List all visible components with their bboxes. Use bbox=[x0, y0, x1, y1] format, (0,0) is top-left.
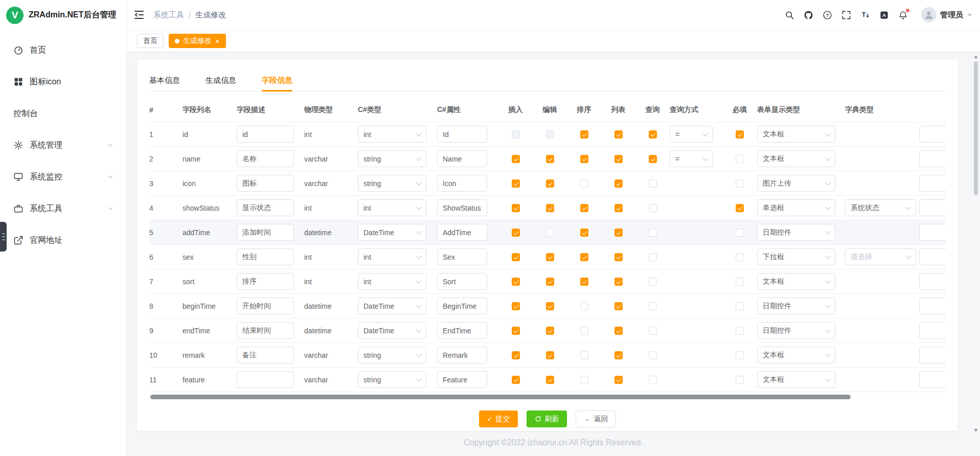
insert-checkbox[interactable] bbox=[512, 302, 520, 310]
sidebar-item-official-site[interactable]: 官网地址 bbox=[0, 224, 126, 256]
scroll-down-arrow[interactable] bbox=[974, 429, 978, 432]
query-checkbox[interactable] bbox=[649, 302, 657, 310]
insert-checkbox[interactable] bbox=[512, 229, 520, 237]
extra-input[interactable] bbox=[919, 175, 946, 192]
field-description-input[interactable]: 显示状态 bbox=[237, 199, 294, 216]
edit-checkbox[interactable] bbox=[546, 204, 554, 212]
csharp-type-select[interactable]: string bbox=[358, 175, 426, 192]
insert-checkbox[interactable] bbox=[512, 278, 520, 286]
insert-checkbox[interactable] bbox=[512, 376, 520, 384]
csharp-property-input[interactable]: Remark bbox=[437, 347, 487, 363]
sort-checkbox[interactable] bbox=[580, 253, 588, 261]
extra-input[interactable] bbox=[919, 273, 946, 290]
dict-type-select[interactable]: 系统状态 bbox=[845, 199, 916, 216]
list-checkbox[interactable] bbox=[614, 179, 623, 188]
field-description-input[interactable]: 添加时间 bbox=[237, 224, 294, 241]
display-type-select[interactable]: 日期控件 bbox=[757, 322, 835, 339]
display-type-select[interactable]: 日期控件 bbox=[757, 224, 835, 241]
csharp-property-input[interactable]: Icon bbox=[437, 175, 487, 192]
edit-checkbox[interactable] bbox=[546, 351, 554, 359]
display-type-select[interactable]: 文本框 bbox=[757, 371, 835, 388]
tab-basic-info[interactable]: 基本信息 bbox=[149, 69, 180, 91]
list-checkbox[interactable] bbox=[614, 229, 623, 237]
display-type-select[interactable]: 文本框 bbox=[757, 150, 835, 167]
query-checkbox[interactable] bbox=[649, 204, 657, 212]
display-type-select[interactable]: 文本框 bbox=[757, 126, 835, 143]
field-description-input[interactable]: 图标 bbox=[237, 175, 294, 192]
insert-checkbox[interactable] bbox=[512, 351, 520, 359]
csharp-type-select[interactable]: string bbox=[358, 347, 426, 363]
insert-checkbox[interactable] bbox=[512, 204, 520, 212]
horizontal-scrollbar-thumb[interactable] bbox=[150, 395, 851, 399]
required-checkbox[interactable] bbox=[736, 302, 744, 310]
sort-checkbox[interactable] bbox=[580, 130, 588, 139]
edit-checkbox[interactable] bbox=[546, 302, 554, 310]
required-checkbox[interactable] bbox=[736, 253, 744, 261]
edit-checkbox[interactable] bbox=[546, 130, 554, 139]
extra-input[interactable] bbox=[919, 126, 946, 143]
back-button[interactable]: ←返回 bbox=[576, 411, 616, 427]
extra-input[interactable] bbox=[919, 371, 946, 388]
extra-input[interactable] bbox=[919, 199, 946, 216]
sidebar-item-system-monitor[interactable]: 系统监控 bbox=[0, 161, 126, 193]
display-type-select[interactable]: 文本框 bbox=[757, 347, 835, 363]
insert-checkbox[interactable] bbox=[512, 155, 520, 163]
list-checkbox[interactable] bbox=[614, 302, 623, 310]
breadcrumb-parent[interactable]: 系统工具 bbox=[153, 10, 184, 20]
language-icon[interactable]: A bbox=[879, 10, 889, 20]
edit-checkbox[interactable] bbox=[546, 179, 554, 188]
sort-checkbox[interactable] bbox=[580, 204, 588, 212]
sidebar-item-system-tools[interactable]: 系统工具 bbox=[0, 193, 126, 224]
required-checkbox[interactable] bbox=[736, 351, 744, 359]
query-type-select[interactable]: = bbox=[670, 150, 713, 167]
field-description-input[interactable]: 名称 bbox=[237, 150, 294, 167]
required-checkbox[interactable] bbox=[736, 327, 744, 335]
edit-checkbox[interactable] bbox=[546, 155, 554, 163]
insert-checkbox[interactable] bbox=[512, 327, 520, 335]
query-checkbox[interactable] bbox=[649, 327, 657, 335]
csharp-type-select[interactable]: int bbox=[358, 126, 426, 143]
tag-close-icon[interactable]: × bbox=[215, 37, 220, 45]
edit-checkbox[interactable] bbox=[546, 376, 554, 384]
sort-checkbox[interactable] bbox=[580, 229, 588, 237]
query-checkbox[interactable] bbox=[649, 351, 657, 359]
settings-drawer-handle[interactable] bbox=[0, 222, 7, 252]
required-checkbox[interactable] bbox=[736, 376, 744, 384]
tag-home[interactable]: 首页 bbox=[137, 34, 164, 48]
sidebar-item-icons[interactable]: 图标icon bbox=[0, 66, 126, 98]
csharp-type-select[interactable]: int bbox=[358, 199, 426, 216]
fullscreen-icon[interactable] bbox=[841, 10, 851, 20]
insert-checkbox[interactable] bbox=[512, 130, 520, 139]
query-checkbox[interactable] bbox=[649, 278, 657, 286]
csharp-property-input[interactable]: Sex bbox=[437, 248, 487, 265]
extra-input[interactable] bbox=[919, 322, 946, 339]
query-type-select[interactable]: = bbox=[670, 126, 713, 143]
list-checkbox[interactable] bbox=[614, 351, 623, 359]
tab-field-info[interactable]: 字段信息 bbox=[262, 69, 292, 91]
sidebar-item-system-manage[interactable]: 系统管理 bbox=[0, 129, 126, 161]
field-description-input[interactable]: 排序 bbox=[237, 273, 294, 290]
required-checkbox[interactable] bbox=[736, 179, 744, 188]
display-type-select[interactable]: 下拉框 bbox=[757, 248, 835, 265]
required-checkbox[interactable] bbox=[736, 229, 744, 237]
csharp-property-input[interactable]: ShowStatus bbox=[437, 199, 487, 216]
required-checkbox[interactable] bbox=[736, 130, 744, 139]
dict-type-select[interactable]: 请选择 bbox=[845, 248, 916, 265]
csharp-property-input[interactable]: Feature bbox=[437, 371, 487, 388]
query-checkbox[interactable] bbox=[649, 253, 657, 261]
display-type-select[interactable]: 日期控件 bbox=[757, 298, 835, 314]
sidebar-collapse-icon[interactable] bbox=[133, 9, 145, 21]
query-checkbox[interactable] bbox=[649, 229, 657, 237]
field-description-input[interactable]: id bbox=[237, 126, 294, 143]
sort-checkbox[interactable] bbox=[580, 278, 588, 286]
list-checkbox[interactable] bbox=[614, 327, 623, 335]
edit-checkbox[interactable] bbox=[546, 327, 554, 335]
field-description-input[interactable]: 开始时间 bbox=[237, 298, 294, 314]
tab-generate-info[interactable]: 生成信息 bbox=[206, 69, 236, 91]
required-checkbox[interactable] bbox=[736, 204, 744, 212]
field-description-input[interactable] bbox=[237, 371, 294, 388]
edit-checkbox[interactable] bbox=[546, 229, 554, 237]
required-checkbox[interactable] bbox=[736, 155, 744, 163]
tag-generate-modify[interactable]: 生成修改 × bbox=[169, 34, 226, 48]
query-checkbox[interactable] bbox=[649, 179, 657, 188]
